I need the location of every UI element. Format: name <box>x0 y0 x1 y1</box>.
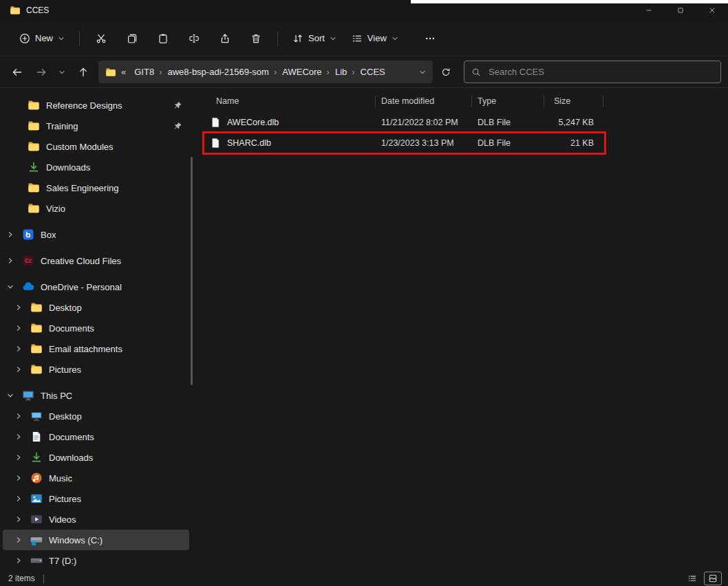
chevron-right-icon[interactable] <box>15 530 30 550</box>
breadcrumb-separator-icon: › <box>158 67 163 77</box>
pictures-icon <box>30 492 43 505</box>
sort-button-label: Sort <box>308 33 325 43</box>
chevron-right-icon[interactable] <box>15 359 30 380</box>
new-button[interactable]: New <box>12 28 72 50</box>
file-type: DLB File <box>472 138 544 148</box>
file-type: DLB File <box>472 118 544 127</box>
back-button[interactable] <box>6 61 28 83</box>
delete-button[interactable] <box>242 27 270 50</box>
sidebar-item-label: Training <box>46 121 78 131</box>
folder-icon <box>30 301 43 314</box>
column-header-size[interactable]: Size <box>544 96 603 107</box>
breadcrumb-item[interactable]: Lib <box>332 65 350 79</box>
chevron-down-icon <box>58 69 65 76</box>
breadcrumb-item[interactable]: GIT8 <box>131 65 158 79</box>
back-icon <box>12 67 23 78</box>
chevron-right-icon[interactable] <box>15 488 30 509</box>
file-row[interactable]: AWECore.dlb 11/21/2022 8:02 PM DLB File … <box>204 112 603 133</box>
chevron-right-icon[interactable] <box>15 550 30 571</box>
paste-button[interactable] <box>149 27 177 50</box>
chevron-right-icon[interactable] <box>7 250 22 271</box>
breadcrumb-item[interactable]: AWECore <box>279 65 325 79</box>
address-bar[interactable]: « GIT8 › awe8-bsp-adi-21569-som › AWECor… <box>98 61 433 83</box>
breadcrumb-segment: GIT8 › <box>131 65 163 79</box>
up-button[interactable] <box>72 61 94 83</box>
file-row[interactable]: SHARC.dlb 1/23/2023 3:13 PM DLB File 21 … <box>204 133 603 153</box>
sidebar-item[interactable]: Vizio <box>3 198 189 219</box>
large-icons-view-button[interactable] <box>705 572 721 585</box>
folder-icon <box>28 99 40 111</box>
recent-locations-button[interactable] <box>54 61 70 83</box>
forward-button[interactable] <box>30 61 52 83</box>
column-header-date-modified[interactable]: Date modified <box>376 96 472 107</box>
sidebar-item[interactable]: Box <box>3 224 189 245</box>
chevron-right-icon[interactable] <box>15 297 30 318</box>
share-button[interactable] <box>211 27 239 50</box>
sidebar-item[interactable]: Cc Creative Cloud Files <box>3 250 189 271</box>
column-header-type[interactable]: Type <box>472 96 544 107</box>
sidebar-item[interactable]: Downloads <box>3 157 189 177</box>
chevron-right-icon[interactable] <box>15 447 30 468</box>
file-rows: AWECore.dlb 11/21/2022 8:02 PM DLB File … <box>204 112 603 153</box>
sidebar-item-label: Pictures <box>49 365 81 375</box>
documents-icon <box>30 431 43 443</box>
videos-icon <box>30 513 43 525</box>
breadcrumb-overflow[interactable]: « <box>121 67 126 77</box>
chevron-right-icon[interactable] <box>15 338 30 359</box>
copy-button[interactable] <box>118 27 146 50</box>
sidebar-item[interactable]: Documents <box>3 318 189 338</box>
chevron-right-icon[interactable] <box>7 224 22 245</box>
sidebar-item[interactable]: T7 (D:) <box>3 550 189 571</box>
sidebar-item[interactable]: Videos <box>3 509 189 530</box>
refresh-button[interactable] <box>434 61 457 83</box>
cut-button[interactable] <box>87 27 115 50</box>
search-input[interactable] <box>487 66 714 78</box>
this-pc-icon <box>22 389 34 402</box>
sidebar-item[interactable]: Desktop <box>3 297 189 318</box>
sidebar-scrollbar[interactable] <box>191 157 193 385</box>
breadcrumb-item[interactable]: CCES <box>357 65 389 79</box>
column-header-name[interactable]: Name <box>204 96 376 107</box>
breadcrumb-item[interactable]: awe8-bsp-adi-21569-som <box>164 65 272 79</box>
sidebar-item[interactable]: Training <box>3 116 189 136</box>
sidebar-item[interactable]: Downloads <box>3 447 189 468</box>
sidebar-item[interactable]: Pictures <box>3 488 189 509</box>
search-icon <box>471 67 481 77</box>
share-icon <box>220 33 231 44</box>
sidebar-item[interactable]: Windows (C:) <box>3 530 189 550</box>
sidebar-item[interactable]: Music <box>3 468 189 488</box>
toolbar-divider <box>79 31 80 46</box>
sidebar-item[interactable]: Desktop <box>3 406 189 426</box>
refresh-icon <box>441 67 451 77</box>
rename-button[interactable] <box>180 27 208 50</box>
sidebar-item[interactable]: OneDrive - Personal <box>3 276 189 297</box>
chevron-right-icon[interactable] <box>15 426 30 447</box>
sidebar-item[interactable]: Documents <box>3 426 189 447</box>
sidebar-item-label: Documents <box>49 432 94 442</box>
sidebar-item[interactable]: Sales Engineering <box>3 177 189 198</box>
sidebar-item[interactable]: Pictures <box>3 359 189 380</box>
sort-button[interactable]: Sort <box>286 28 343 50</box>
chevron-down-icon[interactable] <box>7 385 22 406</box>
file-icon <box>210 138 221 149</box>
chevron-right-icon[interactable] <box>15 509 30 530</box>
breadcrumb-separator-icon: › <box>350 67 356 77</box>
chevron-right-icon[interactable] <box>15 318 30 338</box>
sidebar-item[interactable]: Reference Designs <box>3 95 189 116</box>
chevron-down-icon[interactable] <box>7 276 22 297</box>
onedrive-icon <box>22 281 34 293</box>
sidebar-item[interactable]: Custom Modules <box>3 136 189 157</box>
details-view-button[interactable] <box>684 572 700 585</box>
chevron-right-icon[interactable] <box>15 406 30 426</box>
view-button[interactable]: View <box>345 28 405 50</box>
sidebar-item-label: OneDrive - Personal <box>41 282 122 292</box>
sidebar-item[interactable]: This PC <box>3 385 189 406</box>
folder-icon <box>30 322 43 334</box>
drive-icon <box>30 554 43 567</box>
file-action-buttons <box>87 27 270 50</box>
address-dropdown-icon[interactable] <box>419 69 426 76</box>
see-more-button[interactable] <box>416 27 444 50</box>
sidebar-item[interactable]: Email attachments <box>3 338 189 359</box>
chevron-right-icon[interactable] <box>15 468 30 488</box>
sidebar-item-label: Desktop <box>49 303 82 313</box>
